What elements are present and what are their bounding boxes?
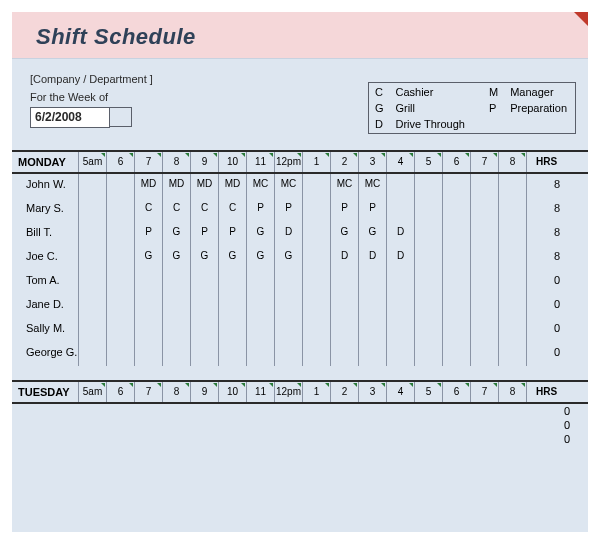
shift-cell[interactable] — [162, 294, 190, 318]
shift-cell[interactable] — [302, 318, 330, 342]
time-header-cell[interactable]: 1 — [302, 152, 330, 172]
shift-cell[interactable]: P — [246, 198, 274, 222]
shift-cell[interactable] — [106, 294, 134, 318]
shift-cell[interactable]: MD — [134, 174, 162, 198]
shift-cell[interactable] — [442, 246, 470, 270]
shift-cell[interactable] — [274, 318, 302, 342]
shift-cell[interactable]: G — [134, 246, 162, 270]
time-header-cell[interactable]: 6 — [106, 152, 134, 172]
time-header-cell[interactable]: 4 — [386, 382, 414, 402]
shift-cell[interactable]: G — [246, 246, 274, 270]
shift-cell[interactable] — [442, 318, 470, 342]
shift-cell[interactable]: C — [190, 198, 218, 222]
shift-cell[interactable] — [498, 270, 526, 294]
shift-cell[interactable] — [358, 294, 386, 318]
time-header-cell[interactable]: 3 — [358, 382, 386, 402]
shift-cell[interactable] — [330, 318, 358, 342]
time-header-cell[interactable]: 5 — [414, 152, 442, 172]
shift-cell[interactable] — [134, 294, 162, 318]
shift-cell[interactable] — [78, 270, 106, 294]
time-header-cell[interactable]: 4 — [386, 152, 414, 172]
shift-cell[interactable] — [302, 270, 330, 294]
time-header-cell[interactable]: 8 — [162, 382, 190, 402]
employee-name[interactable]: Jane D. — [12, 294, 78, 318]
shift-cell[interactable] — [414, 342, 442, 366]
shift-cell[interactable]: MD — [190, 174, 218, 198]
employee-name[interactable]: George G. — [12, 342, 78, 366]
employee-name[interactable]: Joe C. — [12, 246, 78, 270]
shift-cell[interactable]: MD — [162, 174, 190, 198]
shift-cell[interactable] — [106, 270, 134, 294]
time-header-cell[interactable]: 7 — [470, 152, 498, 172]
shift-cell[interactable] — [274, 342, 302, 366]
shift-cell[interactable]: MC — [330, 174, 358, 198]
shift-cell[interactable] — [358, 270, 386, 294]
shift-cell[interactable]: G — [218, 246, 246, 270]
shift-cell[interactable] — [498, 318, 526, 342]
shift-cell[interactable] — [470, 246, 498, 270]
week-aux-cell[interactable] — [110, 107, 132, 127]
shift-cell[interactable] — [470, 222, 498, 246]
shift-cell[interactable] — [470, 198, 498, 222]
shift-cell[interactable] — [386, 174, 414, 198]
shift-cell[interactable]: D — [386, 222, 414, 246]
shift-cell[interactable] — [330, 342, 358, 366]
shift-cell[interactable]: P — [134, 222, 162, 246]
shift-cell[interactable]: D — [330, 246, 358, 270]
shift-cell[interactable] — [246, 270, 274, 294]
employee-name[interactable]: Sally M. — [12, 318, 78, 342]
shift-cell[interactable] — [414, 318, 442, 342]
time-header-cell[interactable]: 12pm — [274, 152, 302, 172]
shift-cell[interactable] — [78, 294, 106, 318]
shift-cell[interactable] — [498, 246, 526, 270]
time-header-cell[interactable]: 5am — [78, 382, 106, 402]
time-header-cell[interactable]: 10 — [218, 382, 246, 402]
shift-cell[interactable] — [134, 342, 162, 366]
time-header-cell[interactable]: 2 — [330, 382, 358, 402]
shift-cell[interactable] — [302, 174, 330, 198]
employee-name[interactable]: Tom A. — [12, 270, 78, 294]
time-header-cell[interactable]: 6 — [442, 382, 470, 402]
time-header-cell[interactable]: 6 — [106, 382, 134, 402]
shift-cell[interactable] — [442, 270, 470, 294]
time-header-cell[interactable]: 9 — [190, 382, 218, 402]
time-header-cell[interactable]: 7 — [470, 382, 498, 402]
shift-cell[interactable] — [78, 198, 106, 222]
shift-cell[interactable] — [470, 174, 498, 198]
time-header-cell[interactable]: 11 — [246, 152, 274, 172]
shift-cell[interactable]: G — [330, 222, 358, 246]
shift-cell[interactable] — [470, 294, 498, 318]
shift-cell[interactable] — [498, 174, 526, 198]
shift-cell[interactable] — [106, 198, 134, 222]
shift-cell[interactable] — [442, 174, 470, 198]
shift-cell[interactable] — [386, 198, 414, 222]
shift-cell[interactable]: G — [358, 222, 386, 246]
shift-cell[interactable] — [134, 270, 162, 294]
time-header-cell[interactable]: 5 — [414, 382, 442, 402]
shift-cell[interactable] — [330, 270, 358, 294]
shift-cell[interactable] — [162, 270, 190, 294]
shift-cell[interactable] — [414, 270, 442, 294]
shift-cell[interactable] — [246, 342, 274, 366]
time-header-cell[interactable]: 12pm — [274, 382, 302, 402]
shift-cell[interactable]: D — [358, 246, 386, 270]
shift-cell[interactable] — [246, 318, 274, 342]
shift-cell[interactable]: G — [162, 222, 190, 246]
shift-cell[interactable] — [386, 270, 414, 294]
shift-cell[interactable] — [302, 198, 330, 222]
shift-cell[interactable] — [498, 198, 526, 222]
shift-cell[interactable]: P — [190, 222, 218, 246]
shift-cell[interactable] — [78, 246, 106, 270]
time-header-cell[interactable]: 8 — [162, 152, 190, 172]
time-header-cell[interactable]: 8 — [498, 152, 526, 172]
shift-cell[interactable] — [302, 342, 330, 366]
shift-cell[interactable] — [442, 294, 470, 318]
employee-name[interactable]: John W. — [12, 174, 78, 198]
shift-cell[interactable]: C — [134, 198, 162, 222]
week-input[interactable]: 6/2/2008 — [30, 107, 110, 128]
shift-cell[interactable] — [498, 342, 526, 366]
shift-cell[interactable] — [106, 222, 134, 246]
shift-cell[interactable] — [442, 198, 470, 222]
shift-cell[interactable] — [470, 342, 498, 366]
time-header-cell[interactable]: 7 — [134, 152, 162, 172]
